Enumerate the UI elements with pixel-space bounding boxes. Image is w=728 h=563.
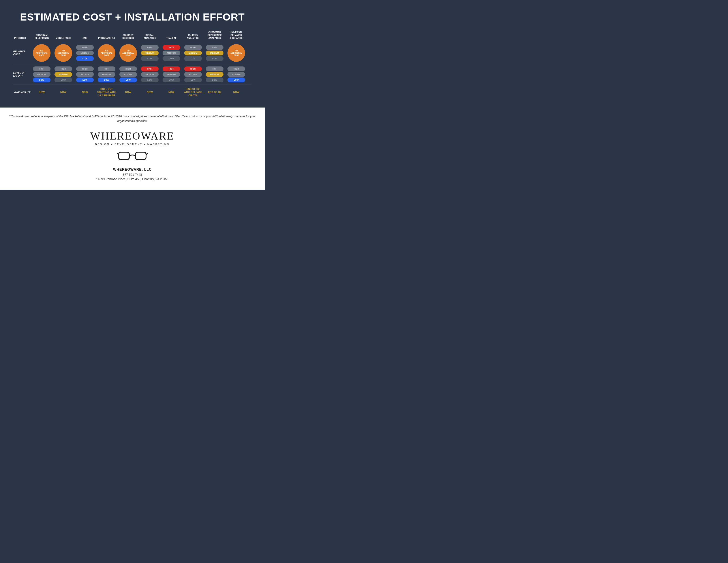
col-header-mobile-push: MOBILE PUSH — [53, 30, 74, 41]
cell-rc-jd: NOADDITIONALCOST — [117, 43, 139, 63]
pills-loe-mp: HIGH MEDIUM LOW — [53, 66, 73, 82]
pills-loe-ube: HIGH MEDIUM LOW — [226, 66, 246, 82]
cell-rc-mp: NOADDITIONALCOST — [53, 43, 74, 63]
pill-low-loe-cxa: LOW — [206, 77, 223, 82]
row-label-relative-cost: RELATIVE COST — [13, 43, 31, 63]
avail-jd: NOW — [117, 86, 139, 99]
pill-medium-loe-p20: MEDIUM — [98, 72, 115, 77]
cell-loe-ube: HIGH MEDIUM LOW — [225, 65, 247, 84]
header-divider — [13, 42, 251, 42]
brand-name: WHEREOWARE — [9, 130, 256, 142]
cell-loe-da: HIGH MEDIUM LOW — [139, 65, 161, 84]
footnote-text: *This breakdown reflects a snapshot of t… — [9, 114, 256, 123]
col-header-digital-analytics: DIGITAL ANALYTICS — [139, 30, 161, 41]
row-label-loe: LEVEL OF EFFORT — [13, 65, 31, 84]
cell-rc-tl: HIGH MEDIUM LOW — [161, 43, 182, 63]
pill-high-rc-da: HIGH — [141, 45, 159, 50]
cell-loe-p20: HIGH MEDIUM LOW — [96, 65, 117, 84]
cell-loe-sms: HIGH MEDIUM LOW — [74, 65, 96, 84]
cell-rc-p20: NOADDITIONALCOST — [96, 43, 117, 63]
circle-rc-ube: NOADDITIONALCOST — [227, 44, 245, 62]
col-header-program-blueprints: PROGRAM BLUEPRINTS — [31, 30, 53, 41]
circle-rc-mp: NOADDITIONALCOST — [54, 44, 72, 62]
col-header-journey-designer: JOURNEY DESIGNER — [117, 30, 139, 41]
company-address: 14399 Penrose Place, Suite 450, Chantill… — [9, 177, 256, 181]
pill-medium-loe-jd: MEDIUM — [119, 72, 137, 77]
cell-loe-ja: HIGH MEDIUM LOW — [182, 65, 204, 84]
pill-medium-loe-ube: MEDIUM — [227, 72, 245, 77]
pills-loe-cxa: HIGH MEDIUM LOW — [205, 66, 225, 82]
pill-high-loe-ja: HIGH — [184, 66, 202, 71]
cell-rc-ube: NOADDITIONALCOST — [225, 43, 247, 63]
page-title: ESTIMATED COST + INSTALLATION EFFORT — [9, 7, 256, 30]
pill-medium-loe-tl: MEDIUM — [163, 72, 180, 77]
pill-high-rc-cxa: HIGH — [206, 45, 223, 50]
circle-rc-pb: NOADDITIONALCOST — [33, 44, 51, 62]
avail-mp: NOW — [53, 86, 74, 99]
pills-loe-p20: HIGH MEDIUM LOW — [97, 66, 116, 82]
col-header-product: PRODUCT — [13, 30, 31, 41]
col-header-programs-20: PROGRAMS 2.0 — [96, 30, 117, 41]
pill-medium-loe-ja: MEDIUM — [184, 72, 202, 77]
pill-low-rc-tl: LOW — [163, 56, 180, 61]
pill-medium-rc-da: MEDIUM — [141, 51, 159, 55]
row-label-availability: AVAILABILITY — [13, 86, 31, 99]
pill-high-rc-sms: HIGH — [76, 45, 94, 50]
pills-rc-ja: HIGH MEDIUM LOW — [183, 45, 203, 61]
cell-loe-mp: HIGH MEDIUM LOW — [53, 65, 74, 84]
cell-rc-cxa: HIGH MEDIUM LOW — [204, 43, 225, 63]
company-phone: 877-521-7448 — [9, 173, 256, 176]
pills-loe-jd: HIGH MEDIUM LOW — [118, 66, 138, 82]
col-header-journey-analytics: JOURNEY ANALYTICS — [182, 30, 204, 41]
pill-low-rc-sms: LOW — [76, 56, 94, 61]
cell-loe-jd: HIGH MEDIUM LOW — [117, 65, 139, 84]
col-header-sms: SMS — [74, 30, 96, 41]
pill-low-loe-ja: LOW — [184, 77, 202, 82]
avail-p20: ROLL OUT STARTING WITH 16.2 RELEASE — [96, 86, 117, 99]
pills-loe-ja: HIGH MEDIUM LOW — [183, 66, 203, 82]
pill-low-loe-ube: LOW — [227, 77, 245, 82]
cell-loe-pb: HIGH MEDIUM LOW — [31, 65, 53, 84]
brand-tagline: DESIGN • DEVELOPMENT • MARKETING — [9, 143, 256, 145]
rc-loe-divider — [13, 64, 251, 64]
pill-low-loe-pb: LOW — [33, 77, 51, 82]
pills-loe-pb: HIGH MEDIUM LOW — [32, 66, 52, 82]
pill-low-loe-p20: LOW — [98, 77, 115, 82]
pill-high-rc-tl: HIGH — [163, 45, 180, 50]
pill-medium-loe-mp: MEDIUM — [54, 72, 72, 77]
pill-low-rc-da: LOW — [141, 56, 159, 61]
pill-high-loe-p20: HIGH — [98, 66, 115, 71]
pill-high-loe-sms: HIGH — [76, 66, 94, 71]
pill-high-loe-cxa: HIGH — [206, 66, 223, 71]
pill-medium-rc-tl: MEDIUM — [163, 51, 180, 55]
pill-low-loe-da: LOW — [141, 77, 159, 82]
pills-loe-tl: HIGH MEDIUM LOW — [161, 66, 181, 82]
svg-rect-1 — [135, 152, 146, 160]
svg-rect-0 — [119, 152, 129, 160]
pill-low-loe-mp: LOW — [54, 77, 72, 82]
pill-low-loe-tl: LOW — [163, 77, 180, 82]
pills-loe-sms: HIGH MEDIUM LOW — [75, 66, 95, 82]
pill-medium-loe-cxa: MEDIUM — [206, 72, 223, 77]
pills-loe-da: HIGH MEDIUM LOW — [140, 66, 160, 82]
pill-high-loe-da: HIGH — [141, 66, 159, 71]
pills-rc-sms: HIGH MEDIUM LOW — [75, 45, 95, 61]
pill-high-loe-jd: HIGH — [119, 66, 137, 71]
pill-medium-rc-sms: MEDIUM — [76, 51, 94, 55]
col-header-cxa: CUSTOMER EXPERIENCE ANALYTICS — [204, 30, 225, 41]
avail-tl: NOW — [161, 86, 182, 99]
pill-medium-loe-sms: MEDIUM — [76, 72, 94, 77]
pill-high-loe-ube: HIGH — [227, 66, 245, 71]
cell-rc-da: HIGH MEDIUM LOW — [139, 43, 161, 63]
pills-rc-da: HIGH MEDIUM LOW — [140, 45, 160, 61]
circle-rc-jd: NOADDITIONALCOST — [119, 44, 137, 62]
pill-low-loe-sms: LOW — [76, 77, 94, 82]
cell-loe-cxa: HIGH MEDIUM LOW — [204, 65, 225, 84]
cell-rc-sms: HIGH MEDIUM LOW — [74, 43, 96, 63]
avail-pb: NOW — [31, 86, 53, 99]
pill-high-rc-ja: HIGH — [184, 45, 202, 50]
pill-medium-loe-pb: MEDIUM — [33, 72, 51, 77]
bottom-section: *This breakdown reflects a snapshot of t… — [0, 107, 265, 190]
avail-sms: NOW — [74, 86, 96, 99]
pill-high-loe-tl: HIGH — [163, 66, 180, 71]
